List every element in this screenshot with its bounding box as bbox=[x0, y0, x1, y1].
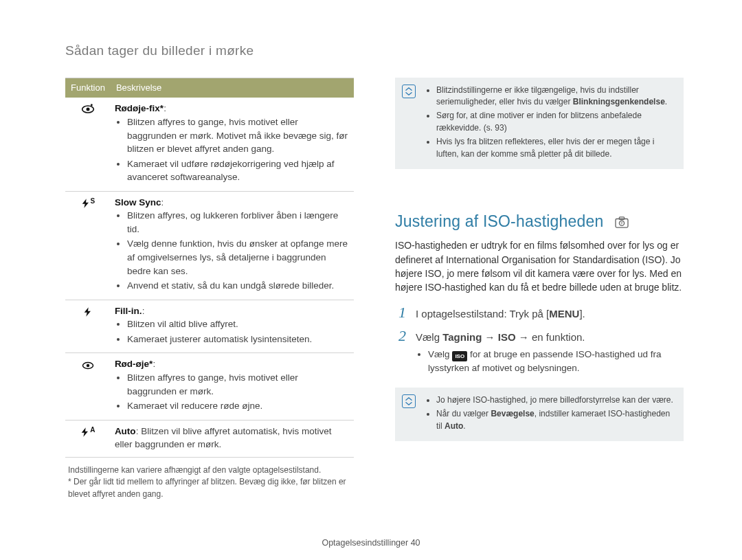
section-heading-iso: Justering af ISO-hastigheden bbox=[395, 210, 604, 233]
svg-rect-2 bbox=[91, 104, 93, 107]
red-eye-icon bbox=[80, 357, 96, 377]
footnote-delay: * Der går lidt tid mellem to affyringer … bbox=[68, 476, 354, 500]
svg-point-1 bbox=[86, 108, 89, 111]
svg-marker-7 bbox=[82, 427, 88, 436]
slow-sync-icon: S bbox=[80, 196, 96, 216]
list-item: Blitzen affyres to gange, hvis motivet e… bbox=[127, 115, 350, 156]
col-header-description: Beskrivelse bbox=[111, 78, 354, 98]
iso-paragraph: ISO-hastigheden er udtryk for en films f… bbox=[395, 238, 684, 294]
svg-marker-3 bbox=[82, 199, 88, 208]
svg-text:P: P bbox=[620, 221, 622, 225]
page-heading: Sådan tager du billeder i mørke bbox=[65, 41, 684, 60]
func-title-fill-in: Fill-in. bbox=[115, 306, 142, 316]
list-item: Kameraet vil reducere røde øjne. bbox=[127, 399, 350, 413]
camera-mode-icon: P bbox=[614, 215, 630, 229]
step-2-sub: Vælg ISO for at bruge en passende ISO-ha… bbox=[428, 348, 684, 375]
list-item: Kameraet justerer automatisk lysintensit… bbox=[127, 333, 350, 346]
footnote-settings: Indstillingerne kan variere afhængigt af… bbox=[68, 464, 354, 476]
list-item: Blitzen vil altid blive affyret. bbox=[127, 317, 350, 331]
step-1: 1 I optagelsestilstand: Tryk på [MENU]. bbox=[395, 305, 684, 322]
col-header-function: Funktion bbox=[65, 78, 111, 98]
table-row: Rød-øje*: Blitzen affyres to gange, hvis… bbox=[65, 353, 354, 420]
list-item: Blitzen affyres to gange, hvis motivet e… bbox=[127, 371, 350, 398]
svg-rect-9 bbox=[619, 216, 624, 219]
right-column: Blitzindstillingerne er ikke tilgængelig… bbox=[395, 78, 684, 500]
menu-key: MENU bbox=[549, 306, 579, 322]
info-callout-iso: Jo højere ISO-hastighed, jo mere billedf… bbox=[395, 388, 684, 441]
table-row: A Auto: Blitzen vil blive affyret automa… bbox=[65, 420, 354, 457]
info-icon bbox=[402, 394, 416, 408]
func-title-auto: Auto bbox=[115, 426, 136, 436]
list-item: Blitzen affyres, og lukkeren forbliver å… bbox=[127, 209, 350, 236]
page-footer: Optagelsesindstillinger 40 bbox=[0, 537, 742, 549]
list-item: Vælg denne funktion, hvis du ønsker at o… bbox=[127, 237, 350, 278]
callout-item: Når du vælger Bevægelse, indstiller kame… bbox=[436, 408, 675, 432]
iso-auto-badge: ISO bbox=[452, 351, 467, 361]
step-2: 2 Vælg Tagning → ISO → en funktion. Vælg… bbox=[395, 328, 684, 375]
func-title-red-eye: Rød-øje* bbox=[115, 359, 153, 369]
fill-in-icon bbox=[82, 304, 93, 324]
table-row: S Slow Sync: Blitzen affyres, og lukkere… bbox=[65, 191, 354, 300]
list-item: Anvend et stativ, så du kan undgå sløred… bbox=[127, 279, 350, 293]
info-icon bbox=[402, 85, 416, 98]
func-title-slow-sync: Slow Sync bbox=[115, 197, 161, 208]
callout-item: Jo højere ISO-hastighed, jo mere billedf… bbox=[436, 394, 675, 406]
left-column: Funktion Beskrivelse Rødøje-fix*: bbox=[65, 78, 354, 500]
callout-item: Sørg for, at dine motiver er inden for b… bbox=[436, 110, 675, 134]
svg-point-6 bbox=[87, 364, 90, 368]
func-title-redeye-fix: Rødøje-fix* bbox=[115, 103, 164, 113]
auto-flash-icon: A bbox=[80, 425, 95, 445]
callout-item: Hvis lys fra blitzen reflekteres, eller … bbox=[436, 136, 675, 160]
redeye-fix-icon bbox=[80, 102, 96, 122]
svg-marker-4 bbox=[85, 307, 91, 316]
table-row: Fill-in.: Blitzen vil altid blive affyre… bbox=[65, 300, 354, 353]
function-table: Funktion Beskrivelse Rødøje-fix*: bbox=[65, 78, 354, 458]
auto-desc: : Blitzen vil blive affyret automatisk, … bbox=[115, 426, 332, 450]
list-item: Kameraet vil udføre rødøjekorrigering ve… bbox=[127, 157, 350, 184]
callout-item: Blitzindstillingerne er ikke tilgængelig… bbox=[436, 85, 675, 109]
table-row: Rødøje-fix*: Blitzen affyres to gange, h… bbox=[65, 98, 354, 191]
info-callout-flash: Blitzindstillingerne er ikke tilgængelig… bbox=[395, 78, 684, 169]
